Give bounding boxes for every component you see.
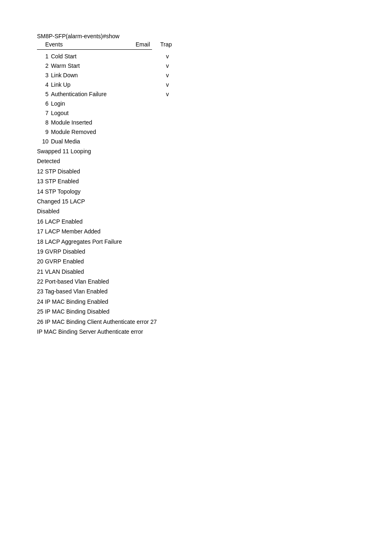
header-trap: Trap bbox=[160, 41, 185, 48]
line-changed: Changed 15 LACP bbox=[37, 197, 392, 206]
gvrp-lines: 19 GVRP Disabled20 GVRP Enabled21 VLAN D… bbox=[37, 247, 392, 276]
event-number: 7 bbox=[37, 109, 48, 118]
lacp-line: 17 LACP Member Added bbox=[37, 227, 392, 236]
header-email: Email bbox=[136, 41, 160, 48]
event-name: Logout bbox=[51, 109, 141, 118]
line-25: 25 IP MAC Binding Disabled bbox=[37, 307, 392, 316]
table-row: 4Link Upv bbox=[37, 81, 392, 89]
header-events: Events bbox=[45, 41, 136, 48]
event-number: 6 bbox=[37, 99, 48, 108]
event-name: Login bbox=[51, 99, 141, 108]
event-trap: v bbox=[166, 52, 191, 61]
event-trap: v bbox=[166, 81, 191, 89]
event-name: Warm Start bbox=[51, 62, 141, 70]
event-name: Link Down bbox=[51, 71, 141, 80]
line-detected: Detected bbox=[37, 157, 392, 166]
event-number: 8 bbox=[37, 118, 48, 127]
event-number: 5 bbox=[37, 90, 48, 99]
table-row: 8Module Inserted bbox=[37, 118, 392, 127]
table-row: 2Warm Startv bbox=[37, 62, 392, 70]
table-row: 1Cold Startv bbox=[37, 52, 392, 61]
event-trap: v bbox=[166, 90, 191, 99]
line-23: 23 Tag-based Vlan Enabled bbox=[37, 287, 392, 296]
table-row: 6Login bbox=[37, 99, 392, 108]
line-27: IP MAC Binding Server Authenticate error bbox=[37, 327, 392, 336]
table-header: Events Email Trap bbox=[37, 41, 392, 48]
event-number: 4 bbox=[37, 81, 48, 89]
stp-line: 13 STP Enabled bbox=[37, 177, 392, 186]
event-number: 3 bbox=[37, 71, 48, 80]
table-row: 7Logout bbox=[37, 109, 392, 118]
command-line: SM8P-SFP(alarm-events)#show bbox=[37, 33, 392, 39]
table-row: 5Authentication Failurev bbox=[37, 90, 392, 99]
stp-line: 14 STP Topology bbox=[37, 187, 392, 196]
event-number: 10 bbox=[37, 137, 48, 146]
table-row: 9Module Removed bbox=[37, 128, 392, 136]
lacp-lines: 16 LACP Enabled17 LACP Member Added18 LA… bbox=[37, 217, 392, 246]
event-name: Module Inserted bbox=[51, 118, 141, 127]
table-row: 10Dual Media bbox=[37, 137, 392, 146]
lacp-line: 18 LACP Aggregates Port Failure bbox=[37, 237, 392, 246]
event-number: 1 bbox=[37, 52, 48, 61]
line-22: 22 Port-based Vlan Enabled bbox=[37, 277, 392, 286]
event-name: Link Up bbox=[51, 81, 141, 89]
event-trap: v bbox=[166, 71, 191, 80]
event-name: Authentication Failure bbox=[51, 90, 141, 99]
event-name: Dual Media bbox=[51, 137, 141, 146]
line-disabled: Disabled bbox=[37, 207, 392, 216]
table-row: 3Link Downv bbox=[37, 71, 392, 80]
stp-line: 12 STP Disabled bbox=[37, 167, 392, 176]
lacp-line: 16 LACP Enabled bbox=[37, 217, 392, 226]
event-number: 9 bbox=[37, 128, 48, 136]
gvrp-line: 19 GVRP Disabled bbox=[37, 247, 392, 256]
gvrp-line: 20 GVRP Enabled bbox=[37, 257, 392, 266]
stp-lines: 12 STP Disabled13 STP Enabled14 STP Topo… bbox=[37, 167, 392, 196]
line-swapped: Swapped 11 Looping bbox=[37, 147, 392, 156]
line-26: 26 IP MAC Binding Client Authenticate er… bbox=[37, 317, 392, 326]
event-number: 2 bbox=[37, 62, 48, 70]
event-trap: v bbox=[166, 62, 191, 70]
line-24: 24 IP MAC Binding Enabled bbox=[37, 297, 392, 306]
event-name: Cold Start bbox=[51, 52, 141, 61]
event-name: Module Removed bbox=[51, 128, 141, 136]
events-table: 1Cold Startv2Warm Startv3Link Downv4Link… bbox=[37, 52, 392, 146]
table-divider bbox=[37, 49, 152, 50]
gvrp-line: 21 VLAN Disabled bbox=[37, 267, 392, 276]
